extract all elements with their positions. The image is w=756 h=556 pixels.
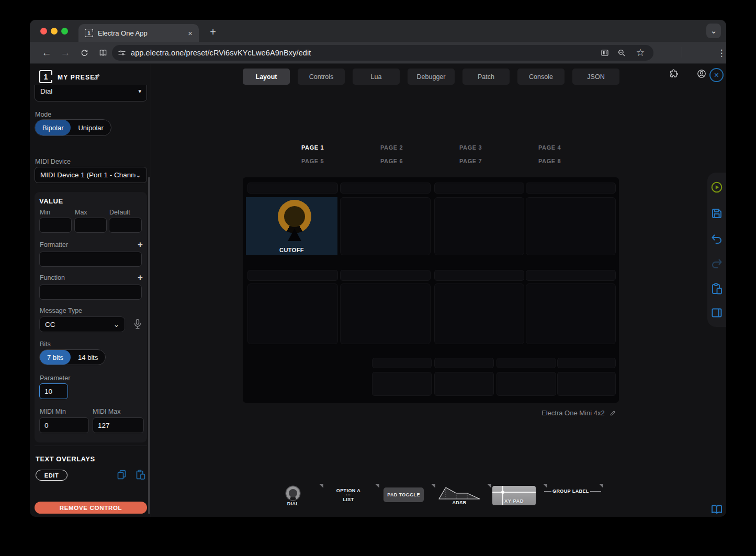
window-close-button[interactable]: [40, 28, 47, 35]
group-label-slot[interactable]: [340, 270, 431, 281]
control-type-select[interactable]: Dial▾: [35, 85, 147, 101]
microphone-icon[interactable]: [132, 317, 143, 331]
midi-device-select[interactable]: MIDI Device 1 (Port 1 - Channe ⌄: [35, 167, 147, 183]
browser-tab[interactable]: 1 Electra One App ×: [78, 24, 199, 42]
group-label-slot[interactable]: [340, 183, 431, 194]
fader-label-slot[interactable]: [372, 358, 432, 368]
extensions-puzzle-icon[interactable]: [669, 69, 681, 81]
message-type-select[interactable]: CC ⌄: [39, 316, 125, 332]
site-settings-icon[interactable]: [117, 47, 130, 59]
redo-icon[interactable]: [710, 258, 723, 270]
page-4-link[interactable]: PAGE 4: [538, 144, 561, 151]
side-panel-icon[interactable]: [710, 307, 723, 319]
control-cell-empty[interactable]: [526, 283, 616, 344]
fader-label-slot[interactable]: [434, 358, 494, 368]
fader-cell[interactable]: [497, 372, 556, 396]
group-label-slot[interactable]: [247, 183, 338, 194]
reading-list-icon[interactable]: [600, 47, 613, 59]
palette-item-list[interactable]: OPTION A ••• LIST: [328, 488, 369, 507]
close-editor-icon[interactable]: ×: [709, 68, 724, 82]
reload-button[interactable]: [78, 47, 91, 59]
page-1-link[interactable]: PAGE 1: [301, 144, 324, 151]
min-input[interactable]: [39, 218, 72, 233]
tab-close-icon[interactable]: ×: [188, 29, 193, 37]
tab-json[interactable]: JSON: [572, 69, 619, 85]
tab-patch[interactable]: Patch: [462, 69, 510, 85]
panel-divider: [151, 64, 151, 517]
control-cell-cutoff[interactable]: CUTOFF: [246, 197, 337, 255]
add-function-icon[interactable]: +: [138, 273, 143, 283]
bits-14-button[interactable]: 14 bits: [71, 350, 105, 365]
palette-item-pad[interactable]: PAD TOGGLE: [383, 487, 424, 502]
mode-unipolar-button[interactable]: Unipolar: [71, 120, 110, 135]
page-2-link[interactable]: PAGE 2: [380, 144, 403, 151]
save-floppy-icon[interactable]: [710, 207, 723, 220]
page-5-link[interactable]: PAGE 5: [301, 158, 324, 164]
group-label-slot[interactable]: [434, 183, 524, 194]
adsr-envelope-icon: [438, 486, 480, 500]
function-label: Function: [40, 274, 65, 281]
remove-control-button[interactable]: REMOVE CONTROL: [35, 502, 147, 514]
edit-overlays-button[interactable]: EDIT: [36, 470, 67, 481]
fader-cell[interactable]: [434, 372, 494, 396]
bookmark-star-icon[interactable]: ☆: [634, 47, 647, 59]
tab-console[interactable]: Console: [517, 69, 565, 85]
tab-lua[interactable]: Lua: [353, 69, 400, 85]
control-cell-empty[interactable]: [434, 197, 524, 255]
max-input[interactable]: [74, 218, 107, 233]
mode-bipolar-button[interactable]: Bipolar: [35, 120, 71, 135]
bits-7-button[interactable]: 7 bits: [40, 350, 71, 365]
forward-button[interactable]: →: [59, 47, 72, 59]
formatter-input[interactable]: [39, 252, 142, 267]
function-input[interactable]: [39, 285, 142, 300]
group-label-slot[interactable]: [526, 183, 616, 194]
edit-preset-name-icon[interactable]: [93, 73, 101, 81]
tab-debugger[interactable]: Debugger: [408, 69, 455, 85]
page-8-link[interactable]: PAGE 8: [538, 158, 561, 164]
profile-avatar-icon[interactable]: [696, 69, 709, 81]
group-label-slot[interactable]: [247, 270, 338, 281]
window-zoom-button[interactable]: [61, 28, 68, 35]
control-cell-empty[interactable]: [247, 283, 338, 344]
reading-mode-icon[interactable]: [97, 47, 109, 59]
group-label-slot[interactable]: [434, 270, 524, 281]
page-3-link[interactable]: PAGE 3: [459, 144, 482, 151]
add-formatter-icon[interactable]: +: [138, 240, 143, 250]
fader-cell[interactable]: [372, 372, 432, 396]
page-6-link[interactable]: PAGE 6: [380, 158, 403, 164]
midi-max-input[interactable]: [93, 417, 144, 433]
control-cell-empty[interactable]: [526, 197, 616, 255]
tab-controls[interactable]: Controls: [298, 69, 345, 85]
control-cell-empty[interactable]: [434, 283, 524, 344]
sidebar-scrollbar[interactable]: [148, 177, 150, 514]
undo-icon[interactable]: [710, 233, 723, 246]
menu-kebab-icon[interactable]: ⋮: [715, 47, 726, 59]
window-minimize-button[interactable]: [51, 28, 58, 35]
back-button[interactable]: ←: [40, 47, 53, 59]
palette-item-adsr[interactable]: ADSR: [438, 486, 480, 507]
midi-min-input[interactable]: [39, 417, 89, 433]
control-cell-empty[interactable]: [340, 283, 431, 344]
paste-icon[interactable]: [135, 469, 146, 481]
paste-clipboard-icon[interactable]: [710, 282, 723, 295]
tab-layout[interactable]: Layout: [243, 69, 290, 85]
fader-label-slot[interactable]: [497, 358, 556, 368]
copy-icon[interactable]: [116, 469, 127, 481]
palette-item-dial[interactable]: DIAL: [280, 485, 306, 507]
edit-device-icon[interactable]: [610, 410, 616, 416]
play-upload-icon[interactable]: [710, 181, 723, 194]
zoom-out-icon[interactable]: [617, 47, 629, 59]
parameter-input[interactable]: [39, 383, 68, 399]
control-cell-empty[interactable]: [340, 197, 431, 255]
palette-item-xypad[interactable]: XY PAD: [492, 486, 536, 505]
new-tab-button[interactable]: +: [206, 25, 220, 39]
default-input[interactable]: [109, 218, 142, 233]
fader-cell[interactable]: [557, 372, 616, 396]
tab-search-chevron-icon[interactable]: ⌄: [706, 24, 721, 38]
fader-label-slot[interactable]: [557, 358, 616, 368]
address-bar[interactable]: app.electra.one/preset/cRVi6svKYcLwe6A9n…: [112, 45, 653, 61]
documentation-book-icon[interactable]: [710, 503, 724, 516]
page-7-link[interactable]: PAGE 7: [459, 158, 482, 164]
group-label-slot[interactable]: [526, 270, 616, 281]
palette-item-group-label[interactable]: GROUP LABEL: [544, 487, 602, 495]
